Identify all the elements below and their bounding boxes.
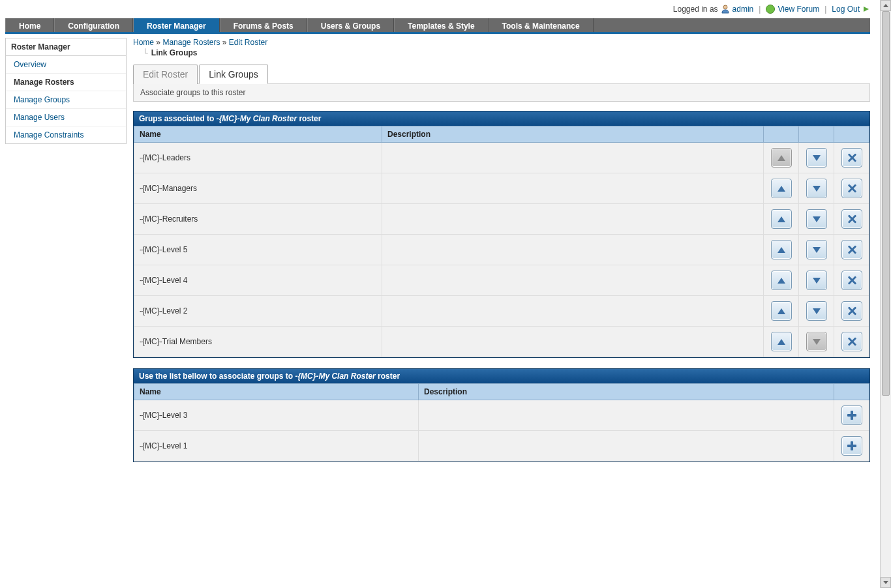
move-up-button[interactable] [771,271,792,290]
remove-button[interactable] [841,148,862,168]
group-description [382,173,764,204]
group-description [382,204,764,235]
move-up-button[interactable] [771,332,792,351]
remove-icon [847,184,856,193]
vertical-scrollbar[interactable] [880,0,891,486]
col-description: Description [419,384,834,400]
nav-templates-style[interactable]: Templates & Style [394,18,488,32]
logged-in-label: Logged in as [673,5,718,14]
user-bar: Logged in as admin | View Forum | Log Ou… [0,0,875,18]
arrow-up-icon [778,278,785,284]
user-icon [721,5,730,14]
col-name: Name [134,384,419,400]
nav-users-groups[interactable]: Users & Groups [307,18,394,32]
sidebar-item-manage-constraints[interactable]: Manage Constraints [6,126,126,143]
remove-button[interactable] [841,209,862,229]
group-description [382,235,764,265]
move-up-button[interactable] [771,240,792,259]
sidebar-item-overview[interactable]: Overview [6,56,126,73]
tab-link-groups[interactable]: Link Groups [199,65,267,84]
move-down-button[interactable] [806,179,827,198]
sidebar-item-manage-rosters[interactable]: Manage Rosters [6,74,126,91]
move-up-button[interactable] [771,209,792,229]
move-up-button [771,148,792,168]
move-down-button[interactable] [806,301,827,321]
group-name: -{MC}-Level 5 [134,235,382,265]
username-link[interactable]: admin [732,5,754,14]
group-description [382,143,764,173]
table-row: -{MC}-Level 2 [134,296,869,327]
breadcrumb-current: └ Link Groups [142,48,870,57]
view-forum-link[interactable]: View Forum [778,5,819,14]
panel-heading: Grups associated to -{MC}-My Clan Roster… [134,111,869,126]
associated-groups-table: Name Description -{MC}-Leaders-{MC}-Mana… [134,126,869,357]
nav-home[interactable]: Home [5,18,54,32]
tab-description: Associate groups to this roster [133,83,870,102]
add-button[interactable] [841,405,862,425]
remove-button[interactable] [841,240,862,259]
group-name: -{MC}-Level 3 [134,400,419,431]
tab-edit-roster[interactable]: Edit Roster [133,65,198,84]
group-description [419,431,834,462]
nav-tools-maintenance[interactable]: Tools & Maintenance [489,18,594,32]
logout-link[interactable]: Log Out [832,5,860,14]
main-nav: HomeConfigurationRoster ManagerForums & … [5,18,870,34]
remove-icon [847,153,856,162]
breadcrumb-manage-rosters[interactable]: Manage Rosters [162,38,220,47]
table-row: -{MC}-Level 3 [134,400,869,431]
move-down-button[interactable] [806,148,827,168]
table-row: -{MC}-Recruiters [134,204,869,235]
arrow-down-icon [813,278,821,284]
scroll-thumb[interactable] [882,11,890,396]
group-description [382,265,764,296]
group-name: -{MC}-Trial Members [134,327,382,357]
table-row: -{MC}-Leaders [134,143,869,173]
associated-groups-panel: Grups associated to -{MC}-My Clan Roster… [133,111,870,358]
group-description [382,296,764,327]
nav-configuration[interactable]: Configuration [54,18,133,32]
remove-button[interactable] [841,271,862,290]
sidebar: Roster Manager OverviewManage RostersMan… [5,38,127,473]
scroll-up-button[interactable] [881,0,891,11]
group-description [382,327,764,357]
group-name: -{MC}-Level 2 [134,296,382,327]
group-name: -{MC}-Managers [134,173,382,204]
remove-button[interactable] [841,332,862,351]
nav-forums-posts[interactable]: Forums & Posts [220,18,307,32]
arrow-up-icon [778,155,785,161]
add-button[interactable] [841,436,862,456]
move-down-button[interactable] [806,271,827,290]
arrow-down-icon [813,308,821,314]
breadcrumb: Home » Manage Rosters » Edit Roster [133,38,870,47]
breadcrumb-home[interactable]: Home [133,38,154,47]
sidebar-item-manage-groups[interactable]: Manage Groups [6,91,126,108]
arrow-down-icon [813,155,821,161]
sidebar-item-manage-users[interactable]: Manage Users [6,109,126,126]
remove-icon [847,337,856,346]
move-up-button[interactable] [771,179,792,198]
available-groups-table: Name Description -{MC}-Level 3-{MC}-Leve… [134,383,869,462]
arrow-up-icon [778,247,785,253]
group-name: -{MC}-Leaders [134,143,382,173]
remove-icon [847,214,856,224]
arrow-up-icon [778,308,785,314]
breadcrumb-edit-roster[interactable]: Edit Roster [229,38,267,47]
sidebar-title: Roster Manager [6,38,126,56]
col-name: Name [134,126,382,143]
move-down-button[interactable] [806,240,827,259]
move-down-button[interactable] [806,209,827,229]
main-content: Home » Manage Rosters » Edit Roster └ Li… [133,38,870,473]
arrow-down-icon [813,186,821,192]
remove-icon [847,306,856,316]
table-row: -{MC}-Level 1 [134,431,869,462]
group-name: -{MC}-Level 4 [134,265,382,296]
move-up-button[interactable] [771,301,792,321]
remove-button[interactable] [841,301,862,321]
table-row: -{MC}-Level 4 [134,265,869,296]
arrow-up-icon [778,339,785,345]
remove-button[interactable] [841,179,862,198]
arrow-down-icon [813,216,821,222]
nav-roster-manager[interactable]: Roster Manager [133,18,220,32]
plus-icon [847,441,856,450]
move-down-button [806,332,827,351]
